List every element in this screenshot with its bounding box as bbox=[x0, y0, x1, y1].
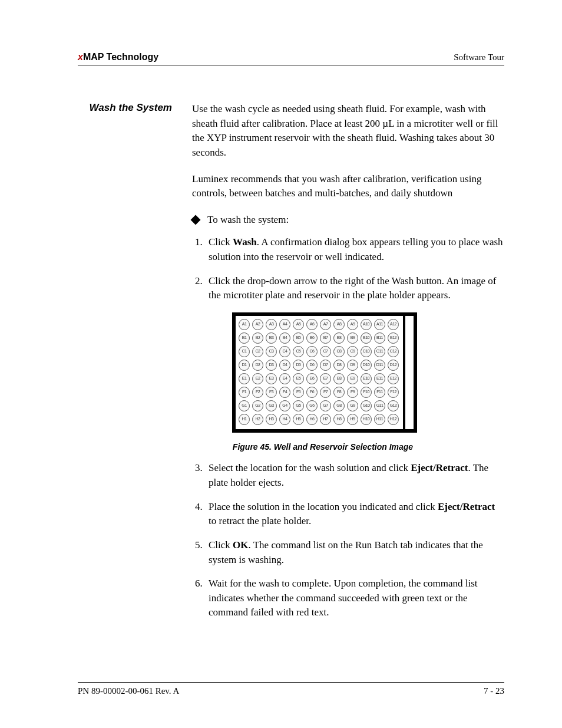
well-E10: E10 bbox=[361, 373, 372, 384]
well-A4: A4 bbox=[279, 319, 290, 330]
well-C2: C2 bbox=[252, 346, 263, 357]
well-F2: F2 bbox=[252, 387, 263, 398]
well-B6: B6 bbox=[306, 332, 318, 344]
well-F5: F5 bbox=[293, 387, 304, 398]
well-B10: B10 bbox=[361, 332, 372, 344]
reservoir-strip bbox=[405, 316, 414, 429]
well-F8: F8 bbox=[333, 387, 345, 398]
well-C10: C10 bbox=[361, 346, 372, 357]
footer-right: 7 - 23 bbox=[484, 686, 504, 696]
step-6: Wait for the wash to complete. Upon comp… bbox=[205, 577, 504, 620]
well-B7: B7 bbox=[320, 332, 331, 344]
figure-45: A1A2A3A4A5A6A7A8A9A10A11A12B1B2B3B4B5B6B… bbox=[232, 312, 414, 453]
well-A11: A11 bbox=[374, 319, 385, 330]
well-D7: D7 bbox=[320, 360, 331, 371]
well-C9: C9 bbox=[347, 346, 358, 357]
well-C5: C5 bbox=[293, 346, 304, 357]
well-H8: H8 bbox=[333, 414, 345, 425]
well-D1: D1 bbox=[239, 360, 250, 371]
well-G12: G12 bbox=[388, 400, 399, 411]
well-G4: G4 bbox=[279, 400, 290, 411]
well-G7: G7 bbox=[320, 400, 331, 411]
well-C8: C8 bbox=[333, 346, 345, 357]
well-D9: D9 bbox=[347, 360, 358, 371]
step-4: Place the solution in the location you i… bbox=[205, 500, 504, 529]
well-D4: D4 bbox=[279, 360, 290, 371]
well-C7: C7 bbox=[320, 346, 331, 357]
well-B1: B1 bbox=[239, 332, 250, 344]
figure-caption: Figure 45. Well and Reservoir Selection … bbox=[232, 441, 414, 453]
well-E4: E4 bbox=[279, 373, 290, 384]
well-B3: B3 bbox=[266, 332, 277, 344]
well-C3: C3 bbox=[266, 346, 277, 357]
well-E1: E1 bbox=[239, 373, 250, 384]
well-B11: B11 bbox=[374, 332, 385, 344]
procedure-heading: To wash the system: bbox=[192, 213, 504, 228]
well-H5: H5 bbox=[293, 414, 304, 425]
footer-left: PN 89-00002-00-061 Rev. A bbox=[78, 686, 179, 696]
well-D10: D10 bbox=[361, 360, 372, 371]
well-A1: A1 bbox=[239, 319, 250, 330]
well-C12: C12 bbox=[388, 346, 399, 357]
step-2: Click the drop-down arrow to the right o… bbox=[205, 274, 504, 303]
well-E3: E3 bbox=[266, 373, 277, 384]
well-H4: H4 bbox=[279, 414, 290, 425]
page-footer: PN 89-00002-00-061 Rev. A 7 - 23 bbox=[78, 682, 504, 696]
brand-x: x bbox=[78, 52, 83, 62]
well-D12: D12 bbox=[388, 360, 399, 371]
well-E12: E12 bbox=[388, 373, 399, 384]
well-B9: B9 bbox=[347, 332, 358, 344]
well-H12: H12 bbox=[388, 414, 399, 425]
well-H6: H6 bbox=[306, 414, 318, 425]
well-H1: H1 bbox=[239, 414, 250, 425]
well-G11: G11 bbox=[374, 400, 385, 411]
well-G8: G8 bbox=[333, 400, 345, 411]
procedure-heading-text: To wash the system: bbox=[207, 213, 289, 228]
well-E8: E8 bbox=[333, 373, 345, 384]
well-H2: H2 bbox=[252, 414, 263, 425]
well-G9: G9 bbox=[347, 400, 358, 411]
well-E7: E7 bbox=[320, 373, 331, 384]
well-F1: F1 bbox=[239, 387, 250, 398]
well-C11: C11 bbox=[374, 346, 385, 357]
header-section: Software Tour bbox=[454, 52, 504, 62]
well-A5: A5 bbox=[293, 319, 304, 330]
page-header: xMAP Technology Software Tour bbox=[78, 52, 504, 65]
well-G1: G1 bbox=[239, 400, 250, 411]
paragraph-2: Luminex recommends that you wash after c… bbox=[192, 172, 504, 201]
well-G10: G10 bbox=[361, 400, 372, 411]
well-B4: B4 bbox=[279, 332, 290, 344]
well-A7: A7 bbox=[320, 319, 331, 330]
well-E6: E6 bbox=[306, 373, 318, 384]
step-5: Click OK. The command list on the Run Ba… bbox=[205, 538, 504, 567]
well-G6: G6 bbox=[306, 400, 318, 411]
well-H10: H10 bbox=[361, 414, 372, 425]
well-G2: G2 bbox=[252, 400, 263, 411]
well-H3: H3 bbox=[266, 414, 277, 425]
well-A3: A3 bbox=[266, 319, 277, 330]
well-E11: E11 bbox=[374, 373, 385, 384]
brand-name: MAP Technology bbox=[83, 52, 158, 62]
well-E5: E5 bbox=[293, 373, 304, 384]
well-F9: F9 bbox=[347, 387, 358, 398]
well-A6: A6 bbox=[306, 319, 318, 330]
well-H11: H11 bbox=[374, 414, 385, 425]
well-G3: G3 bbox=[266, 400, 277, 411]
well-B8: B8 bbox=[333, 332, 345, 344]
well-F11: F11 bbox=[374, 387, 385, 398]
section-title: Wash the System bbox=[78, 102, 178, 114]
well-B12: B12 bbox=[388, 332, 399, 344]
well-A10: A10 bbox=[361, 319, 372, 330]
well-F10: F10 bbox=[361, 387, 372, 398]
well-A8: A8 bbox=[333, 319, 345, 330]
well-D3: D3 bbox=[266, 360, 277, 371]
well-A9: A9 bbox=[347, 319, 358, 330]
well-E9: E9 bbox=[347, 373, 358, 384]
well-D8: D8 bbox=[333, 360, 345, 371]
well-B2: B2 bbox=[252, 332, 263, 344]
paragraph-1: Use the wash cycle as needed using sheat… bbox=[192, 102, 504, 160]
header-brand: xMAP Technology bbox=[78, 52, 158, 62]
well-F6: F6 bbox=[306, 387, 318, 398]
well-D2: D2 bbox=[252, 360, 263, 371]
well-A2: A2 bbox=[252, 319, 263, 330]
